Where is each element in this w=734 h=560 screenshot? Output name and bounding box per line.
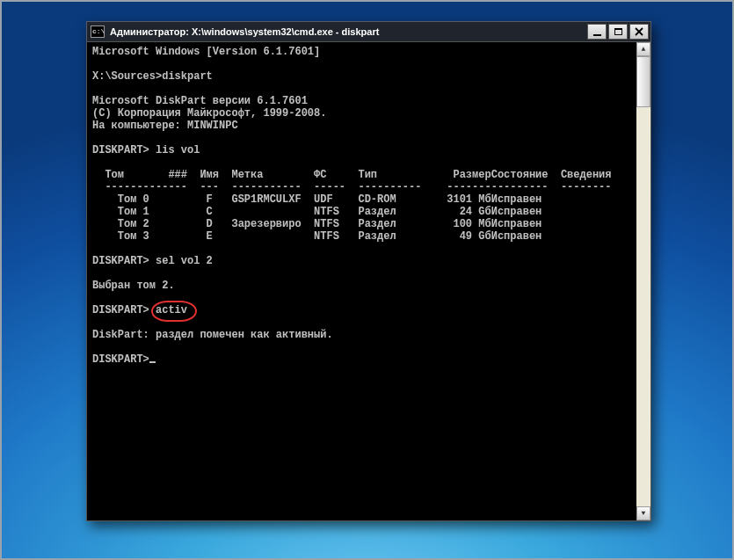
volume-row: Том 3 E NTFS Раздел 49 GбИсправен [92, 230, 650, 243]
line-version: Microsoft Windows [Version 6.1.7601] [92, 46, 650, 58]
line-selected: Выбран том 2. [92, 280, 650, 292]
console-output[interactable]: Microsoft Windows [Version 6.1.7601] X:\… [86, 42, 651, 521]
line-marked-active: DiskPart: раздел помечен как активный. [92, 329, 650, 341]
volume-table-rows: Том 0 F GSP1RMCULXF UDF CD-ROM 3101 МбИс… [92, 193, 650, 243]
line-lis-vol: DISKPART> lis vol [92, 144, 650, 156]
close-button[interactable] [629, 24, 649, 40]
cmd-icon: c:\ [91, 25, 105, 38]
vertical-scrollbar[interactable]: ▲ ▼ [636, 42, 650, 520]
line-activ: DISKPART> activ [92, 304, 650, 316]
window-title: Администратор: X:\windows\system32\cmd.e… [110, 26, 379, 37]
close-icon [635, 27, 643, 36]
cmd-window: c:\ Администратор: X:\windows\system32\c… [86, 21, 651, 521]
scroll-up-button[interactable]: ▲ [636, 42, 650, 56]
minimize-button[interactable] [587, 24, 607, 40]
line-final-prompt: DISKPART> [92, 353, 650, 366]
cursor [149, 361, 156, 363]
line-sel-vol: DISKPART> sel vol 2 [92, 255, 650, 267]
scroll-thumb[interactable] [636, 56, 650, 107]
volume-row: Том 0 F GSP1RMCULXF UDF CD-ROM 3101 МбИс… [92, 193, 650, 206]
line-computer: На компьютере: MINWINPC [92, 120, 650, 132]
scroll-down-button[interactable]: ▼ [636, 506, 650, 520]
line-diskpart-ver: Microsoft DiskPart версии 6.1.7601 [92, 95, 650, 107]
titlebar[interactable]: c:\ Администратор: X:\windows\system32\c… [86, 21, 651, 42]
scroll-track[interactable] [636, 56, 650, 506]
line-copyright: (C) Корпорация Майкрософт, 1999-2008. [92, 107, 650, 120]
desktop-background: c:\ Администратор: X:\windows\system32\c… [0, 0, 734, 560]
volume-row: Том 2 D Зарезервиро NTFS Раздел 100 МбИс… [92, 218, 650, 230]
maximize-button[interactable] [608, 24, 628, 40]
line-prompt-diskpart: X:\Sources>diskpart [92, 70, 650, 83]
volume-table-header: Том ### Имя Метка ФС Тип РазмерСостояние… [92, 169, 650, 181]
volume-table-dashes: ------------- --- ----------- ----- ----… [92, 181, 650, 193]
volume-row: Том 1 C NTFS Раздел 24 GбИсправен [92, 206, 650, 218]
